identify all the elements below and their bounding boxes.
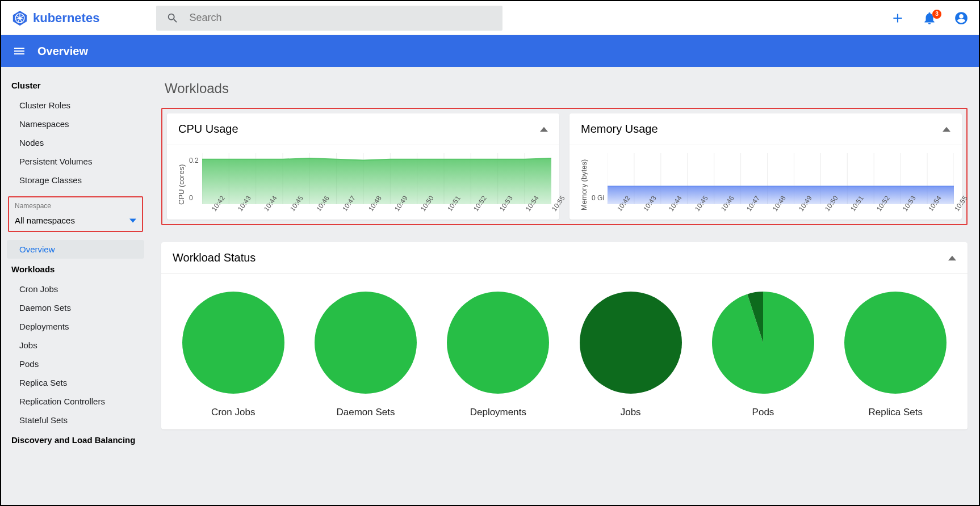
status-pie-label: Jobs [621,407,641,418]
namespace-selector-label: Namespace [15,202,136,210]
cpu-card-title: CPU Usage [178,123,238,136]
xtick: 10:43 [236,208,242,213]
svg-point-43 [580,292,682,394]
memory-card: Memory Usage Memory (bytes) 0 Gi [569,113,962,220]
kubernetes-icon [11,10,28,27]
xtick: 10:48 [771,208,777,213]
page-title: Workloads [165,81,964,96]
brand-text: kubernetes [33,11,99,26]
sidebar: Cluster Cluster RolesNamespacesNodesPers… [1,67,150,505]
cpu-ytick: 0.2 [189,157,199,165]
xtick: 10:47 [745,208,751,213]
status-pie-cron-jobs: Cron Jobs [179,289,287,418]
xtick: 10:51 [849,208,855,213]
sidebar-item-nodes[interactable]: Nodes [7,133,144,152]
xtick: 10:51 [446,208,452,213]
status-pie-pods: Pods [709,289,817,418]
search-box[interactable] [156,6,502,31]
sidebar-heading-cluster[interactable]: Cluster [7,75,144,96]
user-icon [954,11,969,26]
xtick: 10:45 [288,208,295,213]
collapse-icon[interactable] [948,254,956,262]
cpu-ytick: 0 [189,194,199,202]
logo[interactable]: kubernetes [11,10,99,27]
status-pie-label: Daemon Sets [336,407,395,418]
xtick: 10:43 [642,208,648,213]
sidebar-item-persistent-volumes[interactable]: Persistent Volumes [7,152,144,171]
status-pie-label: Deployments [470,407,526,418]
status-pie-deployments: Deployments [444,289,552,418]
xtick: 10:54 [927,208,933,213]
status-pie-label: Pods [752,407,774,418]
sidebar-item-namespaces[interactable]: Namespaces [7,115,144,133]
appbar-title: Overview [37,45,88,58]
appbar: Overview [1,35,979,67]
main-content: Workloads CPU Usage CPU (cores) 0.2 0 [150,67,979,505]
xtick: 10:44 [667,208,673,213]
collapse-icon[interactable] [540,125,548,133]
workload-status-body: Cron JobsDaemon SetsDeploymentsJobsPodsR… [161,274,968,429]
sidebar-heading-workloads[interactable]: Workloads [7,259,144,280]
xtick: 10:49 [393,208,399,213]
sidebar-item-replication-controllers[interactable]: Replication Controllers [7,392,144,411]
memory-ylabel: Memory (bytes) [577,153,590,216]
create-button[interactable] [890,11,905,26]
memory-ytick: 0 Gi [592,194,604,202]
status-pie-replica-sets: Replica Sets [841,289,949,418]
sidebar-item-replica-sets[interactable]: Replica Sets [7,373,144,392]
memory-card-title: Memory Usage [581,123,658,136]
xtick: 10:50 [823,208,830,213]
search-icon [166,12,179,24]
xtick: 10:53 [498,208,504,213]
xtick: 10:46 [315,208,321,213]
namespace-selector[interactable]: Namespace All namespaces [8,196,143,232]
xtick: 10:52 [875,208,881,213]
sidebar-item-pods[interactable]: Pods [7,355,144,373]
collapse-icon[interactable] [943,125,950,133]
status-pie-jobs: Jobs [577,289,685,418]
status-pie-label: Replica Sets [869,407,923,418]
namespace-selector-value: All namespaces [15,216,75,225]
status-pie-label: Cron Jobs [211,407,255,418]
cpu-card: CPU Usage CPU (cores) 0.2 0 [167,113,559,220]
sidebar-item-stateful-sets[interactable]: Stateful Sets [7,411,144,429]
xtick: 10:50 [419,208,425,213]
sidebar-item-cron-jobs[interactable]: Cron Jobs [7,280,144,298]
xtick: 10:48 [367,208,373,213]
cpu-ylabel: CPU (cores) [175,153,188,216]
xtick: 10:52 [472,208,478,213]
menu-toggle[interactable] [12,44,26,58]
xtick: 10:49 [797,208,803,213]
topbar: kubernetes 3 [1,1,979,35]
xtick: 10:55 [953,208,959,213]
workload-status-card: Workload Status Cron JobsDaemon SetsDepl… [161,242,968,429]
sidebar-heading-discovery[interactable]: Discovery and Load Balancing [7,429,144,450]
svg-point-42 [447,292,549,394]
account-button[interactable] [954,11,969,26]
sidebar-item-daemon-sets[interactable]: Daemon Sets [7,298,144,317]
svg-point-40 [182,292,284,394]
plus-icon [890,11,905,26]
xtick: 10:45 [693,208,700,213]
svg-point-41 [315,292,417,394]
usage-charts-row: CPU Usage CPU (cores) 0.2 0 [161,108,968,225]
sidebar-item-cluster-roles[interactable]: Cluster Roles [7,96,144,115]
xtick: 10:42 [615,208,622,213]
svg-point-44 [844,292,947,394]
xtick: 10:54 [524,208,530,213]
workload-status-title: Workload Status [173,251,256,264]
notifications-badge: 3 [932,10,941,19]
xtick: 10:55 [550,208,556,213]
memory-xticks: 10:4210:4310:4410:4510:4610:4710:4810:49… [608,206,954,216]
xtick: 10:46 [719,208,726,213]
notifications-button[interactable]: 3 [922,11,937,26]
xtick: 10:47 [341,208,347,213]
sidebar-item-overview[interactable]: Overview [7,240,144,259]
sidebar-item-jobs[interactable]: Jobs [7,336,144,355]
sidebar-item-deployments[interactable]: Deployments [7,317,144,336]
hamburger-icon [12,44,26,58]
search-input[interactable] [189,12,492,24]
sidebar-item-storage-classes[interactable]: Storage Classes [7,171,144,189]
cpu-xticks: 10:4210:4310:4410:4510:4610:4710:4810:49… [202,206,551,216]
xtick: 10:53 [901,208,907,213]
